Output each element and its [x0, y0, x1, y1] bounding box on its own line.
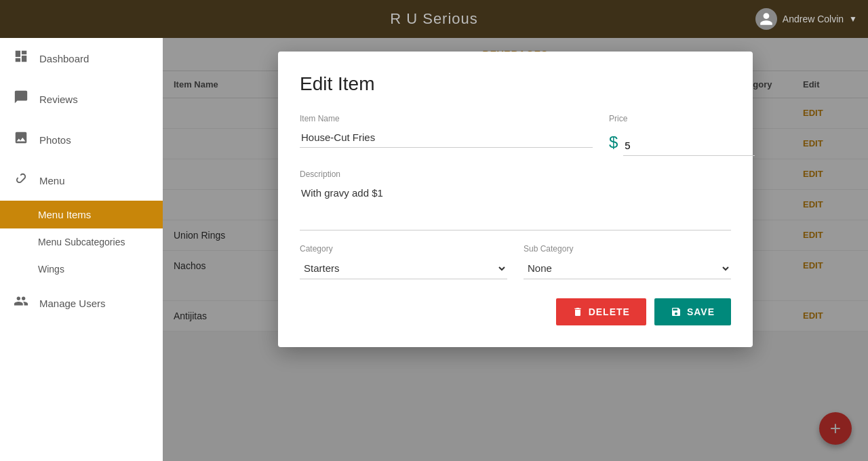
sidebar-label-menu-items: Menu Items	[38, 209, 91, 220]
item-name-label: Item Name	[300, 114, 593, 123]
sidebar: Dashboard Reviews Photos Menu Menu Items…	[0, 38, 163, 461]
save-icon	[671, 306, 682, 317]
avatar-icon	[755, 8, 777, 30]
subcategory-select[interactable]: None Wings Sides	[524, 258, 731, 279]
sidebar-item-photos[interactable]: Photos	[0, 119, 163, 160]
chevron-down-icon: ▼	[849, 14, 857, 24]
name-price-row: Item Name Price $	[300, 114, 731, 156]
sidebar-item-menu[interactable]: Menu	[0, 160, 163, 201]
save-button[interactable]: SAVE	[654, 298, 731, 325]
price-group: Price $	[609, 114, 731, 156]
category-select[interactable]: Starters Beverages Mains Desserts	[300, 258, 507, 279]
user-menu[interactable]: Andrew Colvin ▼	[755, 8, 857, 30]
modal-actions: DELETE SAVE	[300, 298, 731, 325]
description-label: Description	[300, 169, 731, 179]
app-title: R U Serious	[390, 10, 478, 28]
subcategory-label: Sub Category	[524, 244, 731, 254]
sidebar-item-dashboard[interactable]: Dashboard	[0, 38, 163, 79]
sidebar-sub-item-wings[interactable]: Wings	[0, 256, 163, 283]
price-input[interactable]	[623, 136, 755, 156]
trash-icon	[572, 306, 583, 317]
reviews-icon	[14, 89, 28, 108]
sidebar-item-reviews[interactable]: Reviews	[0, 79, 163, 119]
modal-title: Edit Item	[300, 73, 731, 95]
item-name-input[interactable]	[300, 127, 593, 148]
sidebar-label-menu: Menu	[39, 175, 65, 186]
subcategory-group: Sub Category None Wings Sides	[524, 244, 731, 279]
layout: Dashboard Reviews Photos Menu Menu Items…	[0, 38, 868, 461]
description-group: Description With gravy add $1	[300, 169, 731, 230]
sidebar-sub-item-menu-items[interactable]: Menu Items	[0, 201, 163, 228]
item-name-group: Item Name	[300, 114, 593, 156]
description-input[interactable]: With gravy add $1	[300, 183, 731, 230]
category-row: Category Starters Beverages Mains Desser…	[300, 244, 731, 279]
description-row: Description With gravy add $1	[300, 169, 731, 230]
sidebar-label-manage-users: Manage Users	[39, 298, 106, 309]
manage-users-icon	[14, 294, 28, 313]
user-name: Andrew Colvin	[783, 14, 844, 24]
sidebar-label-reviews: Reviews	[39, 94, 78, 105]
category-label: Category	[300, 244, 507, 254]
price-label: Price	[609, 114, 627, 123]
category-group: Category Starters Beverages Mains Desser…	[300, 244, 507, 279]
header: R U Serious Andrew Colvin ▼	[0, 0, 868, 38]
dashboard-icon	[14, 49, 28, 68]
sidebar-label-wings: Wings	[38, 264, 64, 275]
menu-icon	[14, 171, 28, 190]
dollar-icon: $	[609, 133, 618, 156]
delete-button[interactable]: DELETE	[556, 298, 646, 325]
sidebar-label-menu-subcategories: Menu Subcategories	[38, 237, 125, 247]
modal-overlay: Edit Item Item Name Price $	[163, 38, 868, 461]
edit-item-modal: Edit Item Item Name Price $	[278, 52, 753, 347]
sidebar-label-dashboard: Dashboard	[39, 53, 89, 64]
photos-icon	[14, 130, 28, 149]
sidebar-label-photos: Photos	[39, 134, 71, 146]
sidebar-item-manage-users[interactable]: Manage Users	[0, 283, 163, 323]
main-content: BEVERAGES Item Name Description Price Su…	[163, 38, 868, 461]
sidebar-sub-item-menu-subcategories[interactable]: Menu Subcategories	[0, 228, 163, 256]
